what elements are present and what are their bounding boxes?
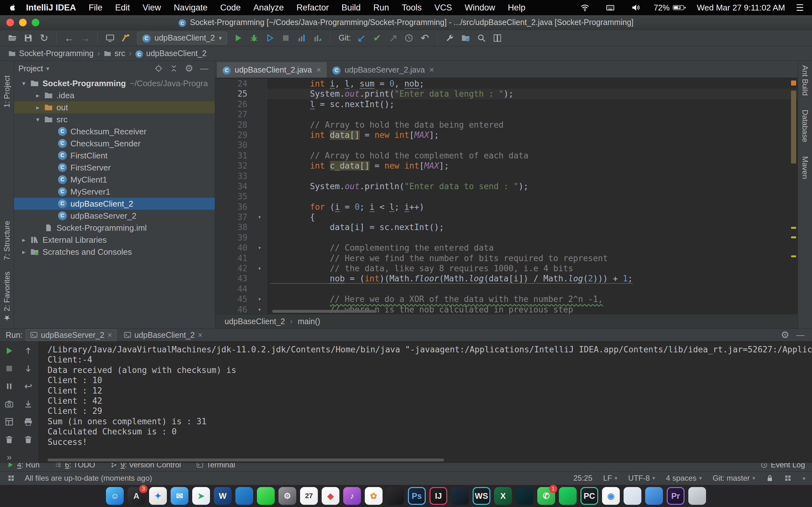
rollback-button[interactable]: ↶ bbox=[417, 31, 432, 45]
search-everywhere-button[interactable] bbox=[474, 31, 489, 45]
stripe-mark[interactable] bbox=[791, 227, 796, 229]
input-source-icon[interactable] bbox=[603, 0, 618, 15]
profiler-button[interactable] bbox=[294, 31, 309, 45]
fold-marker-icon[interactable]: ▾ bbox=[252, 294, 267, 304]
build-button[interactable] bbox=[119, 31, 133, 45]
code-line-28[interactable]: 28// Array to hold the data being entere… bbox=[215, 120, 798, 130]
tree-item-udpbaseserver-2[interactable]: CudpBaseServer_2 bbox=[14, 210, 215, 222]
tool-window-switcher-icon[interactable] bbox=[6, 473, 16, 483]
soft-wrap-button[interactable]: ↩ bbox=[22, 381, 34, 392]
tree-item-firstclient[interactable]: CFirstClient bbox=[14, 150, 215, 162]
stripe-mark[interactable] bbox=[791, 80, 796, 86]
status-item-lf[interactable]: LF▾ bbox=[603, 474, 618, 483]
wifi-icon[interactable] bbox=[577, 0, 592, 15]
fold-marker-icon[interactable]: ▾ bbox=[252, 263, 267, 274]
background-tasks-icon[interactable]: ● bbox=[802, 475, 806, 481]
clear-all-button[interactable] bbox=[22, 434, 34, 445]
code-line-34[interactable]: 34System.out.println("Enter data to send… bbox=[215, 181, 798, 191]
dock-icon-word[interactable]: W bbox=[214, 487, 232, 505]
dock-icon-notes[interactable] bbox=[386, 487, 404, 505]
more-icons-button[interactable]: » bbox=[3, 452, 15, 463]
pause-output-button[interactable] bbox=[3, 381, 15, 392]
stop-button[interactable] bbox=[278, 31, 293, 45]
app-menu[interactable]: IntelliJ IDEA bbox=[26, 3, 76, 13]
menu-code[interactable]: Code bbox=[220, 3, 241, 13]
coverage-button[interactable] bbox=[263, 31, 277, 45]
code-line-37[interactable]: 37▾{ bbox=[215, 212, 798, 222]
menu-run[interactable]: Run bbox=[373, 3, 389, 13]
code-line-41[interactable]: 41// Here we find the number of bits req… bbox=[215, 253, 798, 263]
close-window-button[interactable] bbox=[6, 19, 14, 26]
tree-item-myserver1[interactable]: CMyServer1 bbox=[14, 186, 215, 198]
editor[interactable]: 24int i, l, sum = 0, nob;25System.out.pr… bbox=[215, 78, 798, 314]
dock-icon-intellij-idea[interactable]: IJ bbox=[429, 487, 447, 505]
project-structure-button[interactable] bbox=[458, 31, 473, 45]
menu-tools[interactable]: Tools bbox=[402, 3, 421, 13]
dock-icon-files[interactable] bbox=[623, 487, 641, 505]
dock-icon-calendar[interactable]: 27 bbox=[300, 487, 318, 505]
tools-button[interactable] bbox=[443, 31, 457, 45]
status-item-25-25[interactable]: 25:25 bbox=[573, 474, 592, 483]
console-horizontal-scrollbar[interactable] bbox=[48, 458, 444, 461]
dock-icon-app-store[interactable]: A3 bbox=[128, 487, 145, 505]
close-tab-icon[interactable]: × bbox=[107, 331, 112, 340]
editor-breadcrumb-item[interactable]: main() bbox=[298, 317, 320, 326]
dock-icon-webstorm[interactable]: WS bbox=[473, 487, 490, 505]
tree-item-out[interactable]: ▸out bbox=[14, 101, 215, 113]
project-panel-title[interactable]: Project bbox=[18, 64, 43, 73]
menu-edit[interactable]: Edit bbox=[115, 3, 130, 13]
menu-build[interactable]: Build bbox=[342, 3, 361, 13]
tool-window-button-maven[interactable]: Maven bbox=[801, 156, 809, 179]
dock-icon-maps[interactable]: ➤ bbox=[192, 487, 210, 505]
tree-item--idea[interactable]: ▸.idea bbox=[14, 89, 215, 101]
dock-icon-excel[interactable]: X bbox=[494, 487, 512, 505]
editor-tab-udpBaseClient_2-java[interactable]: CudpBaseClient_2.java× bbox=[217, 62, 327, 78]
code-line-26[interactable]: 26l = sc.nextInt(); bbox=[215, 99, 798, 109]
git-push-button[interactable]: ↗ bbox=[386, 31, 400, 45]
volume-icon[interactable] bbox=[628, 0, 643, 15]
tree-item-firstserver[interactable]: CFirstServer bbox=[14, 162, 215, 174]
minimize-window-button[interactable] bbox=[19, 19, 27, 26]
tree-expand-arrow[interactable]: ▾ bbox=[18, 79, 29, 87]
dock-icon-trash[interactable] bbox=[688, 487, 706, 505]
tree-item-checksum-sender[interactable]: CChecksum_Sender bbox=[14, 137, 215, 150]
scroll-to-end-button[interactable] bbox=[22, 398, 34, 410]
dock-icon-photos[interactable]: ✿ bbox=[365, 487, 383, 505]
run-console[interactable]: /Library/Java/JavaVirtualMachines/jdk-11… bbox=[39, 341, 812, 463]
tree-item-udpbaseclient-2[interactable]: CudpBaseClient_2 bbox=[14, 198, 215, 210]
stop-button[interactable] bbox=[3, 363, 15, 374]
tree-item-socket-programming[interactable]: ▾Socket-Programming~/Codes/Java-Progra bbox=[14, 77, 215, 89]
breadcrumb-item[interactable]: Socket-Programming bbox=[8, 49, 94, 58]
dock-icon-preview[interactable] bbox=[645, 487, 663, 505]
dock-icon-maps-pin[interactable]: ◆ bbox=[322, 487, 339, 505]
code-line-40[interactable]: 40▾// Complementing the entered data bbox=[215, 243, 798, 253]
project-settings-icon[interactable]: ⚙ bbox=[183, 62, 195, 74]
dock-icon-itunes[interactable]: ♪ bbox=[343, 487, 361, 505]
breadcrumb-item[interactable]: CudpBaseClient_2 bbox=[136, 49, 206, 58]
locate-file-button[interactable] bbox=[153, 62, 165, 74]
run-tab-udpbaseserver_2[interactable]: udpBaseServer_2× bbox=[26, 329, 117, 341]
dock-icon-system-preferences[interactable]: ⚙ bbox=[278, 487, 296, 505]
attach-profiler-button[interactable] bbox=[310, 31, 325, 45]
status-item-git-master[interactable]: Git: master▾ bbox=[713, 474, 755, 483]
code-line-25[interactable]: 25System.out.print("Enter data length : … bbox=[215, 89, 798, 99]
menu-window[interactable]: Window bbox=[465, 3, 495, 13]
open-project-icon[interactable] bbox=[5, 31, 20, 45]
restore-layout-button[interactable] bbox=[3, 416, 15, 428]
hide-run-panel-button[interactable]: — bbox=[794, 329, 806, 341]
stripe-mark[interactable] bbox=[791, 236, 796, 238]
fold-marker-icon[interactable]: ▾ bbox=[252, 243, 267, 253]
fold-marker-icon[interactable]: ▾ bbox=[252, 304, 267, 314]
code-line-30[interactable]: 30 bbox=[215, 140, 798, 150]
tree-item-socket-programming-iml[interactable]: Socket-Programming.iml bbox=[14, 222, 215, 234]
dock-icon-spotify[interactable] bbox=[559, 487, 577, 505]
menu-view[interactable]: View bbox=[143, 3, 161, 13]
code-line-44[interactable]: 44 bbox=[215, 284, 798, 294]
rerun-button[interactable] bbox=[3, 345, 15, 356]
readonly-lock-icon[interactable] bbox=[766, 474, 774, 482]
debug-button[interactable] bbox=[247, 31, 261, 45]
stripe-mark[interactable] bbox=[791, 256, 796, 257]
save-all-button[interactable] bbox=[21, 31, 36, 45]
dock-icon-mail[interactable]: ✉ bbox=[171, 487, 189, 505]
diff-button[interactable] bbox=[490, 31, 505, 45]
